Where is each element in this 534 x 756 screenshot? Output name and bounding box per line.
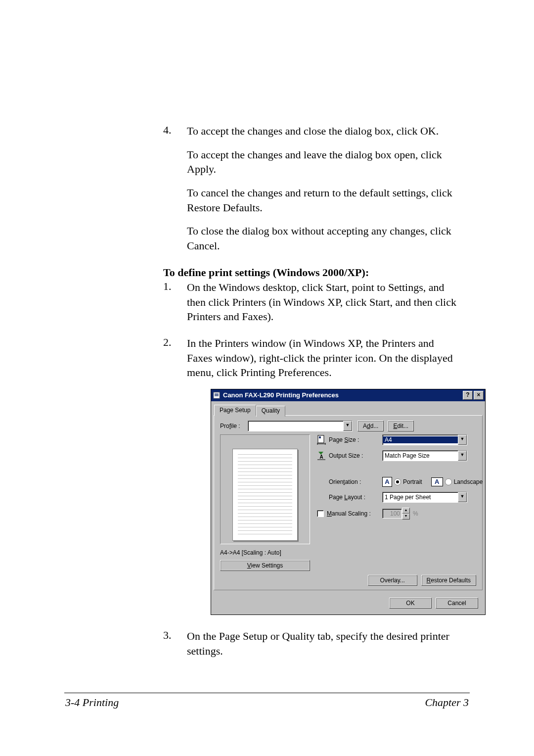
step-4b-text: To accept the changes and leave the dial… — [187, 147, 460, 177]
manual-scaling-spinner[interactable]: 100 ▲ ▼ % — [382, 508, 483, 520]
dialog-title: Canon FAX-L290 Printing Preferences — [223, 391, 462, 399]
cancel-button[interactable]: Cancel — [436, 598, 478, 609]
svg-rect-1 — [215, 393, 219, 396]
page-layout-label: Page Layout : — [317, 494, 382, 501]
page-size-value: A4 — [383, 436, 458, 443]
help-button[interactable]: ? — [463, 391, 473, 400]
output-size-drop-icon[interactable]: ▼ — [458, 451, 467, 461]
tab-panel-page-setup: Profile : ▼ Add... Edit... — [214, 415, 483, 590]
page-size-drop-icon[interactable]: ▼ — [458, 435, 467, 445]
orientation-landscape-label: Landscape — [454, 478, 483, 485]
add-button[interactable]: Add... — [357, 421, 384, 431]
printing-preferences-dialog: Canon FAX-L290 Printing Preferences ? × … — [211, 389, 486, 615]
manual-scaling-checkbox[interactable] — [317, 510, 324, 517]
view-settings-button[interactable]: View Settings — [220, 560, 310, 571]
step-number-3: 3. — [163, 629, 172, 642]
section-heading: To define print settings (Windows 2000/X… — [163, 266, 460, 279]
footer-rule — [64, 693, 470, 693]
step-4-text: To accept the changes and close the dial… — [187, 124, 460, 139]
page-layout-value: 1 Page per Sheet — [383, 494, 458, 501]
footer-left: 3-4 Printing — [65, 696, 119, 709]
orientation-portrait-label: Portrait — [403, 478, 422, 485]
step-2-text: In the Printers window (in Windows XP, t… — [187, 336, 460, 380]
output-size-combo[interactable]: Match Page Size ▼ — [382, 450, 467, 461]
page-size-icon — [317, 435, 329, 445]
profile-drop-icon[interactable]: ▼ — [343, 421, 352, 431]
step-4c-text: To cancel the changes and return to the … — [187, 186, 460, 215]
step-4d-text: To close the dialog box without acceptin… — [187, 224, 460, 253]
app-icon — [213, 391, 221, 399]
edit-button[interactable]: Edit... — [388, 421, 414, 431]
step-number-4: 4. — [163, 124, 172, 137]
percent-label: % — [413, 510, 418, 517]
overlay-button[interactable]: Overlay... — [368, 575, 417, 586]
step-number-2: 2. — [163, 336, 172, 349]
manual-scaling-value: 100 — [382, 509, 402, 519]
tab-quality[interactable]: Quality — [256, 406, 285, 417]
page-size-combo[interactable]: A4 ▼ — [382, 434, 467, 445]
page-layout-combo[interactable]: 1 Page per Sheet ▼ — [382, 492, 467, 503]
preview-caption: A4->A4 [Scaling : Auto] — [220, 549, 310, 556]
step-1-text: On the Windows desktop, click Start, poi… — [187, 280, 460, 324]
close-button[interactable]: × — [474, 391, 484, 400]
spinner-down-icon[interactable]: ▼ — [402, 514, 410, 520]
page-layout-drop-icon[interactable]: ▼ — [458, 492, 467, 502]
titlebar[interactable]: Canon FAX-L290 Printing Preferences ? × — [211, 389, 485, 401]
manual-scaling-label: Manual Scaling : — [317, 510, 382, 518]
output-size-value: Match Page Size — [383, 452, 458, 459]
orientation-portrait-radio[interactable] — [394, 478, 401, 485]
spinner-up-icon[interactable]: ▲ — [402, 508, 410, 514]
profile-combo[interactable]: ▼ — [248, 421, 353, 431]
output-size-icon: A — [317, 451, 329, 461]
step-3-text: On the Page Setup or Quality tab, specif… — [187, 629, 460, 658]
page-size-label: Page Size : — [329, 436, 382, 443]
footer-right: Chapter 3 — [425, 696, 469, 709]
ok-button[interactable]: OK — [389, 598, 432, 609]
preview-page-icon — [232, 449, 298, 541]
profile-label: Profile : — [220, 423, 248, 429]
restore-defaults-button[interactable]: Restore Defaults — [421, 575, 476, 586]
output-size-label: Output Size : — [329, 452, 382, 459]
orientation-landscape-radio[interactable] — [445, 478, 452, 485]
tab-page-setup[interactable]: Page Setup — [214, 405, 256, 416]
svg-text:A: A — [319, 454, 323, 460]
orientation-portrait-icon: A — [382, 477, 392, 487]
preview-area — [220, 434, 310, 544]
svg-rect-3 — [319, 436, 321, 438]
step-number-1: 1. — [163, 280, 172, 293]
orientation-label: Orientation : — [329, 478, 382, 485]
orientation-landscape-icon: A — [431, 477, 443, 486]
